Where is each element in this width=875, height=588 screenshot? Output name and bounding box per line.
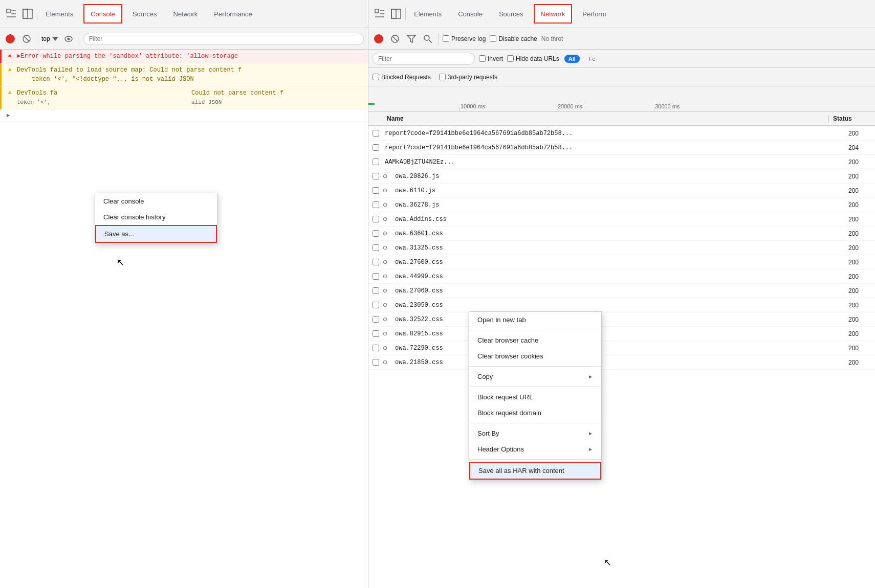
right-devtools-panel: Elements Console Sources Network Perform <box>368 0 875 588</box>
menu-item-clear-history[interactable]: Clear console history <box>95 209 217 225</box>
menu-item-copy[interactable]: Copy ► <box>469 369 601 385</box>
block-url-label: Block request URL <box>477 393 533 401</box>
devtools-cursor-icon[interactable] <box>4 7 18 21</box>
table-row[interactable]: ⊙ owa.21850.css 200 <box>368 355 875 370</box>
row-checkbox-3[interactable] <box>368 173 383 179</box>
row-checkbox-16[interactable] <box>368 359 383 366</box>
menu-item-clear-console[interactable]: Clear console <box>95 193 217 209</box>
tab-elements[interactable]: Elements <box>37 0 81 28</box>
row-checkbox-11[interactable] <box>368 287 383 294</box>
tab-network[interactable]: Network <box>165 0 206 28</box>
network-filter-input[interactable] <box>373 53 475 65</box>
table-row[interactable]: report?code=f29141bbe6e1964ca567691a6db8… <box>368 126 875 141</box>
blocked-requests-checkbox[interactable]: Blocked Requests <box>373 74 431 81</box>
warning-text2b: Could not parse content falid JSON <box>191 88 364 107</box>
row-checkbox-0[interactable] <box>368 130 383 137</box>
warning-icon1: ▲ <box>6 65 14 74</box>
table-row[interactable]: report?code=f29141bbe6e1964ca567691a6db8… <box>368 141 875 155</box>
record-btn-right[interactable] <box>373 33 385 45</box>
row-checkbox-10[interactable] <box>368 273 383 280</box>
row-checkbox-13[interactable] <box>368 316 383 323</box>
svg-marker-18 <box>407 35 415 42</box>
table-row[interactable]: ⊙ owa.Addins.css 200 <box>368 212 875 227</box>
devtools-panel-icon[interactable] <box>20 7 35 21</box>
top-dropdown[interactable]: top <box>41 35 58 42</box>
right-tab-network[interactable]: Network <box>534 4 573 24</box>
table-row[interactable]: ⊙ owa.27600.css 200 <box>368 255 875 269</box>
toolbar-divider2 <box>79 33 79 45</box>
table-row[interactable]: ⊙ owa.23050.css 200 <box>368 298 875 312</box>
table-row[interactable]: ⊙ owa.72290.css 200 <box>368 341 875 355</box>
row-status-12: 200 <box>844 302 875 309</box>
row-checkbox-7[interactable] <box>368 230 383 237</box>
row-checkbox-6[interactable] <box>368 216 383 222</box>
row-name-0: report?code=f29141bbe6e1964ca567691a6db8… <box>383 130 844 137</box>
table-row[interactable]: ⊙ owa.31325.css 200 <box>368 241 875 255</box>
requests-row: Blocked Requests 3rd-party requests <box>368 68 875 86</box>
row-checkbox-4[interactable] <box>368 187 383 194</box>
right-tab-sources[interactable]: Sources <box>491 0 532 28</box>
menu-item-save-har[interactable]: Save all as HAR with content <box>469 462 601 480</box>
menu-item-save-as[interactable]: Save as... <box>95 225 217 243</box>
row-status-16: 200 <box>844 359 875 366</box>
tab-sources[interactable]: Sources <box>124 0 165 28</box>
row-name-5: owa.36278.js <box>393 201 844 209</box>
left-devtools-panel: Elements Console Sources Network Perform… <box>0 0 368 588</box>
right-tab-elements[interactable]: Elements <box>406 0 450 28</box>
table-row[interactable]: ⊙ owa.20826.js 200 <box>368 169 875 184</box>
table-row[interactable]: ⊙ owa.32522.css 200 <box>368 312 875 327</box>
tab-performance[interactable]: Performance <box>206 0 260 28</box>
row-checkbox-14[interactable] <box>368 330 383 337</box>
stop-btn-right[interactable] <box>389 33 401 45</box>
disable-cache-checkbox[interactable]: Disable cache <box>490 35 537 42</box>
search-btn-right[interactable] <box>422 33 434 45</box>
eye-button[interactable] <box>62 33 75 45</box>
right-panel-icon[interactable] <box>389 7 403 21</box>
right-tab-performance[interactable]: Perform <box>574 0 614 28</box>
preserve-log-label: Preserve log <box>451 35 486 42</box>
filter-input[interactable] <box>83 33 364 45</box>
row-checkbox-5[interactable] <box>368 201 383 208</box>
all-filter-tag[interactable]: All <box>564 55 580 63</box>
hide-data-checkbox[interactable]: Hide data URLs <box>507 55 559 62</box>
table-row[interactable]: ⊙ owa.82915.css 200 <box>368 327 875 341</box>
preserve-log-checkbox[interactable]: Preserve log <box>443 35 486 42</box>
file-icon-13: ⊙ <box>383 316 393 323</box>
tab-console[interactable]: Console <box>83 4 122 24</box>
menu-item-open-new-tab[interactable]: Open in new tab <box>469 312 601 328</box>
row-checkbox-1[interactable] <box>368 144 383 151</box>
row-checkbox-8[interactable] <box>368 244 383 251</box>
row-checkbox-15[interactable] <box>368 345 383 351</box>
table-row[interactable]: ⊙ owa.44999.css 200 <box>368 269 875 284</box>
svg-rect-10 <box>375 9 379 13</box>
invert-checkbox[interactable]: Invert <box>479 55 503 62</box>
table-row[interactable]: ⊙ owa.36278.js 200 <box>368 198 875 212</box>
menu-item-block-url[interactable]: Block request URL <box>469 389 601 405</box>
third-party-checkbox[interactable]: 3rd-party requests <box>439 74 497 81</box>
row-checkbox-12[interactable] <box>368 302 383 308</box>
table-row[interactable]: ⊙ owa.63601.css 200 <box>368 227 875 241</box>
row-checkbox-9[interactable] <box>368 259 383 265</box>
row-name-4: owa.6110.js <box>393 187 844 194</box>
right-devtools-cursor-icon[interactable] <box>373 7 387 21</box>
file-icon-10: ⊙ <box>383 273 393 280</box>
timeline-green-bar <box>368 103 375 105</box>
record-button[interactable] <box>4 33 16 45</box>
menu-item-sort-by[interactable]: Sort By ► <box>469 425 601 441</box>
stop-button[interactable] <box>20 33 33 45</box>
table-row[interactable]: ⊙ owa.6110.js 200 <box>368 184 875 198</box>
menu-item-clear-browser-cache[interactable]: Clear browser cache <box>469 332 601 348</box>
line-10000 <box>460 107 460 111</box>
right-tab-console[interactable]: Console <box>450 0 491 28</box>
file-icon-12: ⊙ <box>383 302 393 308</box>
menu-item-block-domain[interactable]: Block request domain <box>469 405 601 421</box>
toolbar-divider <box>37 33 37 45</box>
filter-btn-right[interactable] <box>405 33 418 45</box>
menu-item-header-options[interactable]: Header Options ► <box>469 441 601 457</box>
warning-text1: DevTools failed to load source map: Coul… <box>17 65 364 84</box>
table-row[interactable]: AAMkADBjZTU4N2Ez... 200 <box>368 155 875 169</box>
menu-item-clear-browser-cookies[interactable]: Clear browser cookies <box>469 348 601 364</box>
fe-filter-tag[interactable]: Fe <box>585 55 600 63</box>
table-row[interactable]: ⊙ owa.27060.css 200 <box>368 284 875 298</box>
row-checkbox-2[interactable] <box>368 159 383 165</box>
